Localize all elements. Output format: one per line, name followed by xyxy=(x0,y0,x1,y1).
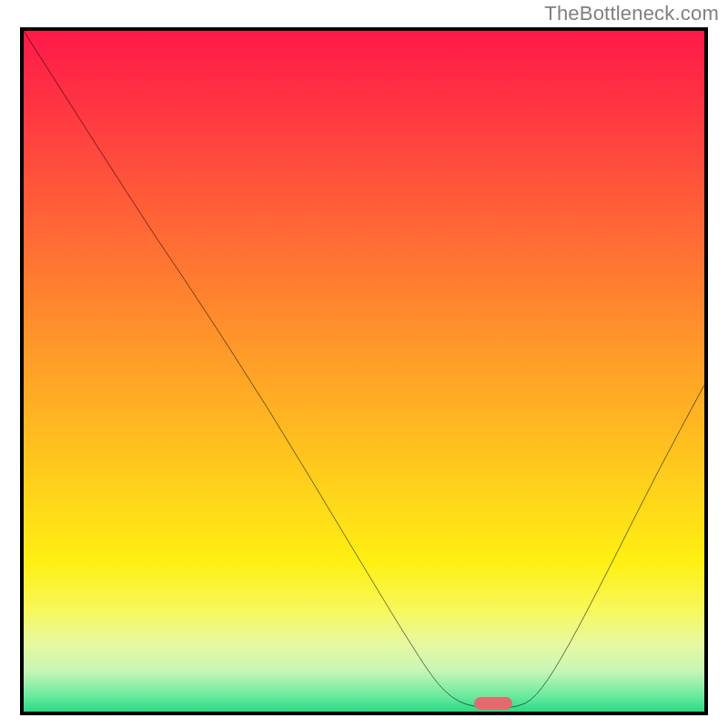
watermark-text: TheBottleneck.com xyxy=(544,2,719,25)
plot-area xyxy=(20,27,708,715)
chart-frame: TheBottleneck.com xyxy=(0,0,728,728)
optimal-marker xyxy=(474,697,512,710)
bottleneck-curve xyxy=(24,31,704,712)
